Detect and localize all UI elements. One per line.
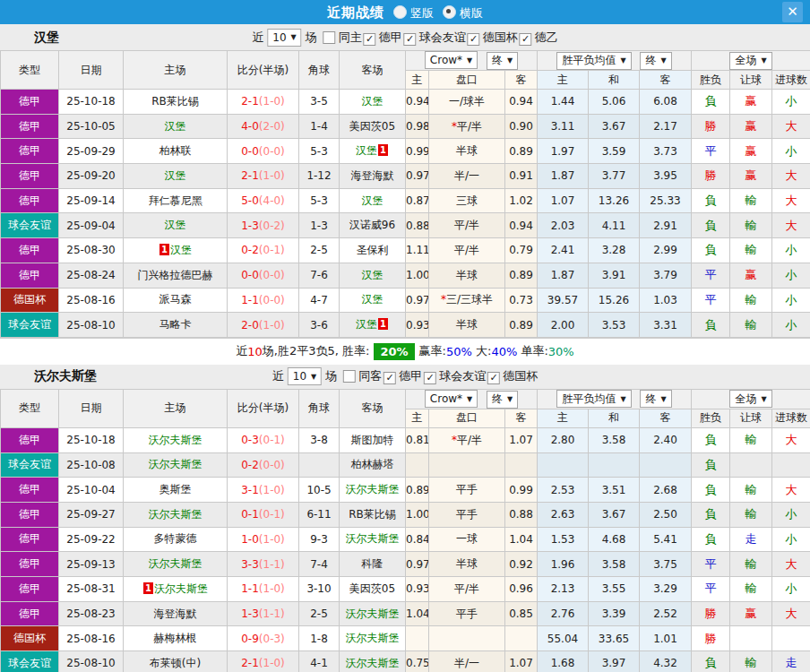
result-handicap: 赢 [730,164,772,189]
fulltime-select[interactable]: 全场 [729,390,771,408]
team-cell: 柏林赫塔 [340,452,406,478]
corners-cell [299,452,340,478]
rank-badge: 1 [143,582,153,594]
league-checkbox-德国杯[interactable] [468,33,480,46]
opponent-team-name: 马略卡 [159,318,192,331]
odds-home [406,626,429,651]
league-checkbox-德国杯[interactable] [487,372,500,384]
col-type: 类型 [1,51,59,90]
competition-type-badge: 德国杯 [1,288,59,313]
sub-col-avg-draw: 和 [589,71,640,90]
col-score: 比分(半场) [228,389,299,427]
competition-type-badge: 德甲 [1,601,59,626]
avg-home: 2.53 [538,478,589,503]
odds-away: 0.85 [505,601,538,626]
near-label: 近 [272,368,284,384]
halftime-score: (0-2) [259,220,285,232]
halftime-score: (1-1) [259,558,285,571]
score-cell: 4-0(2-0) [228,114,299,139]
corners-cell: 3-8 [299,427,340,452]
avg-time-select[interactable]: 终 [640,390,671,408]
match-row: 德甲25-09-29柏林联0-0(0-0)5-3汉堡10.99半球0.891.9… [1,139,810,164]
match-row: 德甲25-08-311沃尔夫斯堡1-1(1-0)3-10美因茨050.93平/半… [1,577,810,602]
opponent-team-name: 派马森 [159,293,192,306]
competition-type-badge: 德甲 [1,114,59,139]
sub-col-goals: 进球数 [772,71,810,90]
corners-cell: 1-12 [299,164,340,189]
focus-team-name: 汉堡 [356,144,377,157]
odds-provider-select[interactable]: Crow* [425,51,478,69]
team-cell: 门兴格拉德巴赫 [124,263,228,288]
avg-away: 6.08 [640,90,692,115]
match-row: 德甲25-10-04奥斯堡3-1(1-0)10-5沃尔夫斯堡0.89平手0.99… [1,478,810,503]
focus-team-name: 沃尔夫斯堡 [149,458,202,470]
corners-cell: 10-5 [299,478,340,503]
odds-away: 0.94 [505,213,538,238]
handicap-cell: 三球 [429,188,505,213]
odds-time-select[interactable]: 终 [487,391,518,409]
horizontal-layout-radio[interactable] [443,5,456,19]
avg-away: 2.17 [640,114,692,139]
corners-cell: 1-4 [299,114,340,139]
same-venue-checkbox[interactable] [343,370,356,383]
fulltime-score: 4-0 [241,120,259,133]
avg-away [640,452,692,478]
odds-provider-select[interactable]: Crow* [425,390,478,408]
avg-odds-select[interactable]: 胜平负均值 [556,52,631,70]
league-checkbox-德甲[interactable] [364,33,376,46]
opponent-team-name: 奥斯堡 [159,483,192,495]
score-cell: 0-0(0-0) [228,139,299,164]
odds-time-select[interactable]: 终 [487,52,518,70]
result-handicap: 輸 [730,213,772,238]
avg-home: 1.87 [538,164,589,189]
match-count-select[interactable]: 10 [267,29,301,47]
opponent-team-name: 汉诺威96 [349,219,395,231]
sub-col-goals: 进球数 [772,409,810,427]
result-handicap: 輸 [730,478,772,503]
result-goals: 小 [772,502,810,527]
table-head: 类型 日期 主场 比分(半场) 角球 客场 Crow* 终 胜平负均值 终 全场 [1,389,810,427]
score-cell: 1-3(0-2) [228,213,299,238]
league-checkbox-球会友谊[interactable] [404,33,417,46]
avg-home: 2.03 [538,213,589,238]
corners-cell: 1-8 [299,626,340,651]
corners-cell: 3-5 [299,90,340,115]
summary-segment: 赢率: [419,343,446,359]
league-checkbox-球会友谊[interactable] [424,372,436,384]
handicap-cell: 半/一 [429,651,505,672]
result-handicap: 輸 [730,313,772,338]
team-cell: 汉堡 [340,288,406,313]
odds-away: 0.89 [505,263,538,288]
halftime-score: (0-1) [259,434,285,446]
avg-home: 2.13 [538,577,589,602]
handicap-cell: 一球 [429,527,505,552]
result-outcome: 負 [692,188,730,213]
score-cell: 1-1(1-0) [228,577,299,602]
competition-type-badge: 德甲 [1,90,59,115]
avg-time-select[interactable]: 终 [640,52,671,70]
odds-home: 0.98 [406,114,429,139]
odds-home: 0.97 [406,288,429,313]
odds-away: 1.07 [505,427,538,452]
focus-team-name: 沃尔夫斯堡 [346,483,400,495]
same-venue-checkbox[interactable] [323,31,336,44]
odds-home: 0.94 [406,90,429,115]
fulltime-select[interactable]: 全场 [729,52,771,70]
col-corner: 角球 [299,389,340,427]
league-checkbox-德乙[interactable] [520,33,532,46]
odds-away [505,626,538,651]
team-cell: 沃尔夫斯堡 [340,626,406,651]
rank-badge: 1 [159,244,169,255]
league-checkbox-德甲[interactable] [383,372,396,384]
close-icon[interactable]: ✕ [782,2,803,22]
score-cell: 2-1(1-0) [228,651,299,672]
avg-odds-select[interactable]: 胜平负均值 [556,390,631,408]
result-outcome: 負 [692,213,730,238]
result-handicap: 輸 [730,502,772,527]
match-count-select[interactable]: 10 [288,367,322,385]
result-handicap: 赢 [730,263,772,288]
vertical-layout-radio[interactable] [393,5,407,19]
halftime-score: (0-3) [259,633,285,645]
score-cell: 5-0(4-0) [228,188,299,213]
avg-away: 25.33 [640,188,692,213]
